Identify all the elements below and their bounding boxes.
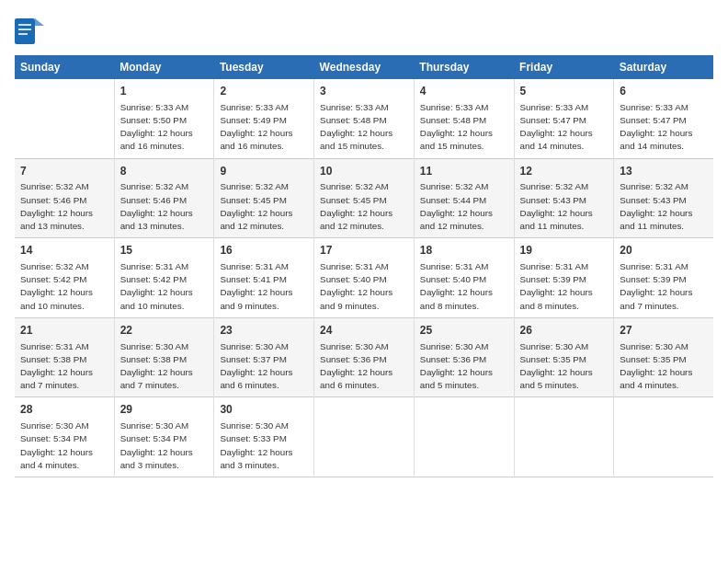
day-number: 22 (120, 323, 209, 339)
day-info: Sunrise: 5:31 AM Sunset: 5:40 PM Dayligh… (420, 260, 508, 313)
day-cell: 24Sunrise: 5:30 AM Sunset: 5:36 PM Dayli… (314, 317, 415, 397)
day-cell: 1Sunrise: 5:33 AM Sunset: 5:50 PM Daylig… (114, 79, 214, 158)
day-cell: 5Sunrise: 5:33 AM Sunset: 5:47 PM Daylig… (514, 79, 614, 158)
day-cell (15, 79, 114, 158)
day-info: Sunrise: 5:32 AM Sunset: 5:46 PM Dayligh… (120, 180, 209, 233)
header-saturday: Saturday (614, 55, 713, 79)
day-cell (414, 397, 514, 477)
day-number: 7 (20, 164, 108, 179)
day-info: Sunrise: 5:33 AM Sunset: 5:48 PM Dayligh… (420, 101, 508, 154)
day-info: Sunrise: 5:31 AM Sunset: 5:39 PM Dayligh… (620, 260, 708, 313)
day-cell: 23Sunrise: 5:30 AM Sunset: 5:37 PM Dayli… (214, 317, 314, 397)
day-info: Sunrise: 5:33 AM Sunset: 5:47 PM Dayligh… (520, 101, 609, 154)
day-number: 5 (520, 84, 609, 99)
day-cell: 27Sunrise: 5:30 AM Sunset: 5:35 PM Dayli… (614, 317, 713, 397)
day-number: 28 (20, 402, 108, 418)
day-cell: 21Sunrise: 5:31 AM Sunset: 5:38 PM Dayli… (15, 317, 114, 397)
day-cell: 20Sunrise: 5:31 AM Sunset: 5:39 PM Dayli… (614, 238, 713, 318)
header-row: SundayMondayTuesdayWednesdayThursdayFrid… (15, 55, 713, 79)
svg-rect-2 (18, 24, 31, 26)
day-cell: 22Sunrise: 5:30 AM Sunset: 5:38 PM Dayli… (114, 317, 214, 397)
day-number: 6 (620, 84, 708, 99)
day-cell: 13Sunrise: 5:32 AM Sunset: 5:43 PM Dayli… (614, 158, 713, 238)
day-number: 17 (320, 243, 408, 259)
day-number: 24 (320, 323, 408, 339)
day-cell: 11Sunrise: 5:32 AM Sunset: 5:44 PM Dayli… (414, 158, 514, 238)
day-cell: 12Sunrise: 5:32 AM Sunset: 5:43 PM Dayli… (514, 158, 614, 238)
day-info: Sunrise: 5:30 AM Sunset: 5:36 PM Dayligh… (420, 340, 508, 393)
day-number: 26 (520, 323, 609, 339)
day-cell: 7Sunrise: 5:32 AM Sunset: 5:46 PM Daylig… (15, 158, 114, 238)
day-cell: 18Sunrise: 5:31 AM Sunset: 5:40 PM Dayli… (414, 238, 514, 318)
day-cell (314, 397, 415, 477)
day-cell: 15Sunrise: 5:31 AM Sunset: 5:42 PM Dayli… (114, 238, 214, 318)
day-number: 21 (20, 323, 108, 339)
svg-marker-1 (35, 18, 44, 26)
day-info: Sunrise: 5:31 AM Sunset: 5:38 PM Dayligh… (20, 340, 108, 393)
day-number: 19 (520, 243, 609, 259)
day-number: 23 (220, 323, 308, 339)
day-info: Sunrise: 5:30 AM Sunset: 5:34 PM Dayligh… (20, 419, 108, 472)
day-cell: 19Sunrise: 5:31 AM Sunset: 5:39 PM Dayli… (514, 238, 614, 318)
day-info: Sunrise: 5:30 AM Sunset: 5:37 PM Dayligh… (220, 340, 308, 393)
day-number: 25 (420, 323, 508, 339)
day-info: Sunrise: 5:31 AM Sunset: 5:39 PM Dayligh… (520, 260, 609, 313)
day-number: 8 (120, 164, 209, 179)
day-cell: 16Sunrise: 5:31 AM Sunset: 5:41 PM Dayli… (214, 238, 314, 318)
day-cell: 29Sunrise: 5:30 AM Sunset: 5:34 PM Dayli… (114, 397, 214, 477)
day-info: Sunrise: 5:30 AM Sunset: 5:38 PM Dayligh… (120, 340, 209, 393)
day-cell: 10Sunrise: 5:32 AM Sunset: 5:45 PM Dayli… (314, 158, 415, 238)
header-friday: Friday (514, 55, 614, 79)
day-info: Sunrise: 5:33 AM Sunset: 5:48 PM Dayligh… (320, 101, 408, 154)
day-number: 14 (20, 243, 108, 259)
day-number: 2 (220, 84, 308, 99)
day-info: Sunrise: 5:32 AM Sunset: 5:43 PM Dayligh… (620, 180, 708, 233)
day-info: Sunrise: 5:31 AM Sunset: 5:40 PM Dayligh… (320, 260, 408, 313)
day-info: Sunrise: 5:31 AM Sunset: 5:41 PM Dayligh… (220, 260, 308, 313)
day-info: Sunrise: 5:32 AM Sunset: 5:43 PM Dayligh… (520, 180, 609, 233)
day-cell: 30Sunrise: 5:30 AM Sunset: 5:33 PM Dayli… (214, 397, 314, 477)
day-info: Sunrise: 5:30 AM Sunset: 5:33 PM Dayligh… (220, 419, 308, 472)
day-number: 20 (620, 243, 708, 259)
header-tuesday: Tuesday (214, 55, 314, 79)
day-info: Sunrise: 5:30 AM Sunset: 5:36 PM Dayligh… (320, 340, 408, 393)
day-cell: 6Sunrise: 5:33 AM Sunset: 5:47 PM Daylig… (614, 79, 713, 158)
day-info: Sunrise: 5:30 AM Sunset: 5:35 PM Dayligh… (620, 340, 708, 393)
day-info: Sunrise: 5:31 AM Sunset: 5:42 PM Dayligh… (120, 260, 209, 313)
day-number: 9 (220, 164, 308, 179)
day-info: Sunrise: 5:33 AM Sunset: 5:47 PM Dayligh… (620, 101, 708, 154)
header-sunday: Sunday (15, 55, 114, 79)
svg-rect-0 (15, 18, 35, 44)
day-number: 4 (420, 84, 508, 99)
day-info: Sunrise: 5:32 AM Sunset: 5:46 PM Dayligh… (20, 180, 108, 233)
day-number: 3 (320, 84, 408, 99)
week-row-5: 28Sunrise: 5:30 AM Sunset: 5:34 PM Dayli… (15, 397, 713, 477)
day-info: Sunrise: 5:33 AM Sunset: 5:50 PM Dayligh… (120, 101, 209, 154)
day-cell: 8Sunrise: 5:32 AM Sunset: 5:46 PM Daylig… (114, 158, 214, 238)
logo-icon (15, 15, 44, 48)
week-row-3: 14Sunrise: 5:32 AM Sunset: 5:42 PM Dayli… (15, 238, 713, 318)
day-number: 1 (120, 84, 209, 99)
day-info: Sunrise: 5:32 AM Sunset: 5:42 PM Dayligh… (20, 260, 108, 313)
week-row-2: 7Sunrise: 5:32 AM Sunset: 5:46 PM Daylig… (15, 158, 713, 238)
svg-rect-4 (18, 33, 28, 35)
day-cell: 28Sunrise: 5:30 AM Sunset: 5:34 PM Dayli… (15, 397, 114, 477)
day-info: Sunrise: 5:33 AM Sunset: 5:49 PM Dayligh… (220, 101, 308, 154)
day-number: 29 (120, 402, 209, 418)
day-number: 18 (420, 243, 508, 259)
calendar-table: SundayMondayTuesdayWednesdayThursdayFrid… (15, 55, 713, 477)
day-cell: 14Sunrise: 5:32 AM Sunset: 5:42 PM Dayli… (15, 238, 114, 318)
week-row-1: 1Sunrise: 5:33 AM Sunset: 5:50 PM Daylig… (15, 79, 713, 158)
header-monday: Monday (114, 55, 214, 79)
day-number: 15 (120, 243, 209, 259)
day-cell (614, 397, 713, 477)
day-number: 30 (220, 402, 308, 418)
day-cell: 25Sunrise: 5:30 AM Sunset: 5:36 PM Dayli… (414, 317, 514, 397)
header-thursday: Thursday (414, 55, 514, 79)
day-info: Sunrise: 5:32 AM Sunset: 5:44 PM Dayligh… (420, 180, 508, 233)
header-wednesday: Wednesday (314, 55, 415, 79)
page-header (15, 15, 713, 48)
day-cell: 4Sunrise: 5:33 AM Sunset: 5:48 PM Daylig… (414, 79, 514, 158)
day-info: Sunrise: 5:32 AM Sunset: 5:45 PM Dayligh… (320, 180, 408, 233)
svg-rect-3 (18, 29, 31, 30)
